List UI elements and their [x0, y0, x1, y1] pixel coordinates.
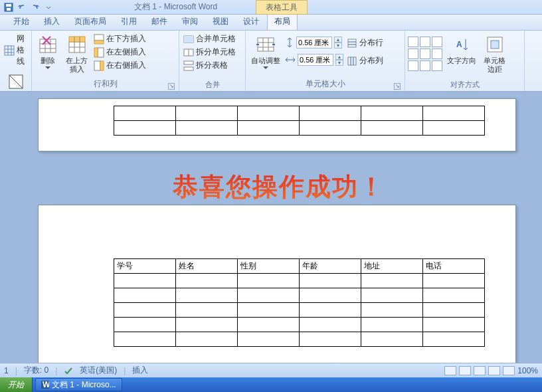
- table-row[interactable]: [114, 121, 485, 136]
- align-bc[interactable]: [420, 60, 430, 71]
- document-area[interactable]: 恭喜您操作成功！ 学号 姓名 性别 年龄 地址 电话: [0, 92, 542, 377]
- table-row[interactable]: [114, 303, 485, 318]
- merge-cells-button[interactable]: 合并单元格: [182, 33, 237, 45]
- delete-icon: [37, 34, 58, 55]
- launcher-icon[interactable]: ↘: [168, 83, 175, 90]
- taskbar: 开始 W文档 1 - Microso...: [0, 377, 542, 392]
- word-count[interactable]: 字数: 0: [24, 365, 48, 376]
- success-message: 恭喜您操作成功！: [173, 170, 385, 204]
- spin-down[interactable]: ▼: [335, 60, 343, 66]
- insert-above-button[interactable]: 在上方 插入: [63, 33, 90, 75]
- svg-text:A: A: [456, 40, 462, 49]
- page-1: [38, 98, 516, 151]
- tab-review[interactable]: 审阅: [175, 13, 205, 30]
- insert-below-button[interactable]: 在下方插入: [92, 33, 147, 45]
- view-print-layout[interactable]: [444, 366, 456, 375]
- insert-left-label: 在左侧插入: [106, 47, 146, 58]
- save-icon[interactable]: [3, 1, 15, 13]
- row-height-spinner[interactable]: ▲▼: [285, 37, 343, 49]
- table-1[interactable]: [114, 106, 485, 136]
- table-header-row[interactable]: 学号 姓名 性别 年龄 地址 电话: [114, 259, 485, 274]
- cell-margins-button[interactable]: 单元格 边距: [481, 33, 508, 75]
- align-tc[interactable]: [420, 37, 430, 47]
- table-2[interactable]: 学号 姓名 性别 年龄 地址 电话: [114, 258, 485, 347]
- insert-mode[interactable]: 插入: [132, 365, 148, 376]
- group-label-rowscols: 行和列↘: [35, 77, 176, 91]
- row-height-input[interactable]: [296, 37, 332, 49]
- th-gender[interactable]: 性别: [238, 259, 300, 274]
- language[interactable]: 英语(美国): [80, 365, 117, 376]
- taskbar-item-word[interactable]: W文档 1 - Microso...: [35, 378, 122, 391]
- tab-page-layout[interactable]: 页面布局: [68, 13, 113, 30]
- table-row[interactable]: [114, 288, 485, 303]
- autofit-button[interactable]: 自动调整: [248, 33, 283, 70]
- insert-right-button[interactable]: 在右侧插入: [92, 59, 147, 72]
- svg-rect-1: [6, 4, 11, 7]
- table-row[interactable]: [114, 318, 485, 332]
- tab-view[interactable]: 视图: [206, 13, 235, 30]
- context-tab-table-tools: 表格工具: [256, 0, 308, 15]
- tab-home[interactable]: 开始: [7, 13, 36, 30]
- word-icon: W: [41, 381, 49, 389]
- delete-label: 删除: [41, 56, 55, 65]
- align-br[interactable]: [432, 60, 442, 71]
- th-phone[interactable]: 电话: [423, 259, 485, 274]
- qat-dropdown-icon[interactable]: [43, 1, 54, 13]
- launcher-icon[interactable]: ↘: [394, 83, 401, 90]
- spellcheck-icon[interactable]: [64, 366, 73, 375]
- align-tl[interactable]: [408, 37, 418, 47]
- text-direction-button[interactable]: A文字方向: [444, 33, 479, 66]
- align-mr[interactable]: [432, 49, 442, 59]
- split-cells-button[interactable]: 拆分单元格: [182, 46, 237, 58]
- distribute-rows-button[interactable]: 分布行: [345, 37, 385, 49]
- view-web-layout[interactable]: [474, 366, 486, 375]
- redo-icon[interactable]: [29, 1, 41, 13]
- split-table-button[interactable]: 拆分表格: [182, 59, 237, 72]
- col-width-input[interactable]: [298, 54, 333, 66]
- chevron-down-icon: [45, 66, 50, 69]
- page-number[interactable]: 1: [4, 366, 9, 375]
- tab-design[interactable]: 设计: [236, 13, 266, 30]
- split-table-label: 拆分表格: [196, 60, 228, 71]
- distribute-cols-button[interactable]: 分布列: [345, 54, 385, 67]
- spin-down[interactable]: ▼: [334, 43, 342, 49]
- undo-icon[interactable]: [16, 1, 28, 13]
- tab-layout[interactable]: 布局: [267, 13, 298, 30]
- alignment-grid: [408, 37, 442, 71]
- th-address[interactable]: 地址: [361, 259, 423, 274]
- th-id[interactable]: 学号: [114, 259, 176, 274]
- insert-above-icon: [66, 34, 88, 55]
- split-cell-label: 拆分单元格: [196, 47, 236, 58]
- view-gridlines-button[interactable]: 网格线: [3, 33, 29, 68]
- table-row[interactable]: [114, 332, 485, 347]
- view-draft[interactable]: [503, 366, 515, 375]
- svg-rect-24: [491, 41, 499, 49]
- tab-insert[interactable]: 插入: [37, 13, 66, 30]
- th-name[interactable]: 姓名: [176, 259, 238, 274]
- align-tr[interactable]: [432, 37, 442, 47]
- spin-up[interactable]: ▲: [334, 37, 342, 43]
- col-width-spinner[interactable]: ▲▼: [285, 54, 343, 66]
- tab-references[interactable]: 引用: [114, 13, 143, 30]
- th-age[interactable]: 年龄: [300, 259, 361, 274]
- zoom-level[interactable]: 100%: [517, 366, 538, 375]
- view-full-screen[interactable]: [459, 366, 471, 375]
- view-outline[interactable]: [488, 366, 500, 375]
- spin-up[interactable]: ▲: [335, 54, 343, 60]
- align-ml[interactable]: [408, 49, 418, 59]
- start-button[interactable]: 开始: [0, 377, 33, 392]
- align-bl[interactable]: [408, 60, 418, 71]
- tab-mailings[interactable]: 邮件: [145, 13, 174, 30]
- table-row[interactable]: [114, 106, 485, 121]
- insert-left-button[interactable]: 在左侧插入: [92, 46, 147, 58]
- svg-rect-15: [184, 36, 193, 43]
- width-icon: [285, 55, 296, 64]
- status-bar: 1| 字数: 0| 英语(美国)| 插入 100%: [0, 363, 542, 377]
- table-row[interactable]: [114, 274, 485, 288]
- align-mc[interactable]: [420, 49, 430, 59]
- insert-left-icon: [94, 47, 104, 58]
- svg-rect-11: [94, 48, 98, 57]
- svg-rect-17: [184, 61, 193, 64]
- svg-text:W: W: [43, 381, 49, 389]
- delete-button[interactable]: 删除: [35, 33, 61, 70]
